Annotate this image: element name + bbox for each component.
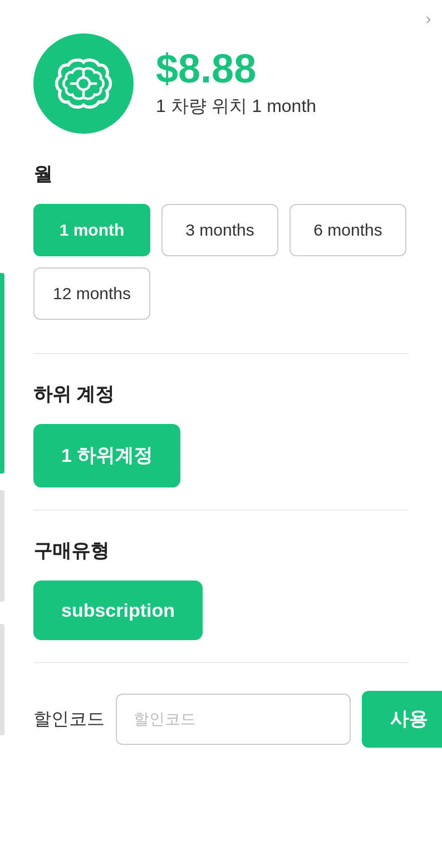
subtitle-display: 1 차량 위치 1 month bbox=[156, 94, 316, 119]
discount-label: 할인코드 bbox=[33, 707, 105, 732]
left-accent-bar bbox=[0, 273, 4, 474]
header-section: $8.88 1 차량 위치 1 month bbox=[0, 0, 442, 150]
duration-6months-button[interactable]: 6 months bbox=[289, 204, 406, 256]
svg-point-0 bbox=[77, 77, 90, 90]
purchase-section: 구매유형 subscription bbox=[0, 516, 442, 657]
discount-section: 할인코드 사용 bbox=[0, 669, 442, 776]
left-accent-bar-2 bbox=[0, 490, 4, 602]
close-chevron-icon[interactable]: › bbox=[426, 10, 431, 28]
duration-row-top: 1 month 3 months 6 months bbox=[33, 204, 409, 256]
app-logo bbox=[33, 33, 134, 134]
subaccount-section: 하위 계정 1 하위계정 bbox=[0, 359, 442, 504]
subaccount-button[interactable]: 1 하위계정 bbox=[33, 424, 180, 487]
subaccount-label: 하위 계정 bbox=[33, 382, 409, 407]
duration-section: 1 month 3 months 6 months 12 months bbox=[0, 193, 442, 348]
left-accent-bar-3 bbox=[0, 624, 4, 735]
divider-1 bbox=[33, 353, 409, 354]
logo-icon bbox=[53, 53, 114, 114]
duration-3months-button[interactable]: 3 months bbox=[161, 204, 278, 256]
purchase-section-label: 구매유형 bbox=[33, 538, 409, 564]
duration-row-bottom: 12 months bbox=[33, 267, 409, 320]
divider-3 bbox=[33, 662, 409, 663]
header-info: $8.88 1 차량 위치 1 month bbox=[156, 48, 316, 119]
apply-discount-button[interactable]: 사용 bbox=[362, 691, 442, 748]
page-container: › $8.88 1 차량 위치 1 month 월 1 month bbox=[0, 0, 442, 868]
duration-section-label: 월 bbox=[0, 150, 442, 193]
discount-input[interactable] bbox=[116, 694, 351, 745]
divider-2 bbox=[33, 510, 409, 510]
purchase-type-button[interactable]: subscription bbox=[33, 581, 203, 640]
duration-12months-button[interactable]: 12 months bbox=[33, 267, 150, 320]
duration-1month-button[interactable]: 1 month bbox=[33, 204, 150, 256]
price-display: $8.88 bbox=[156, 48, 316, 89]
